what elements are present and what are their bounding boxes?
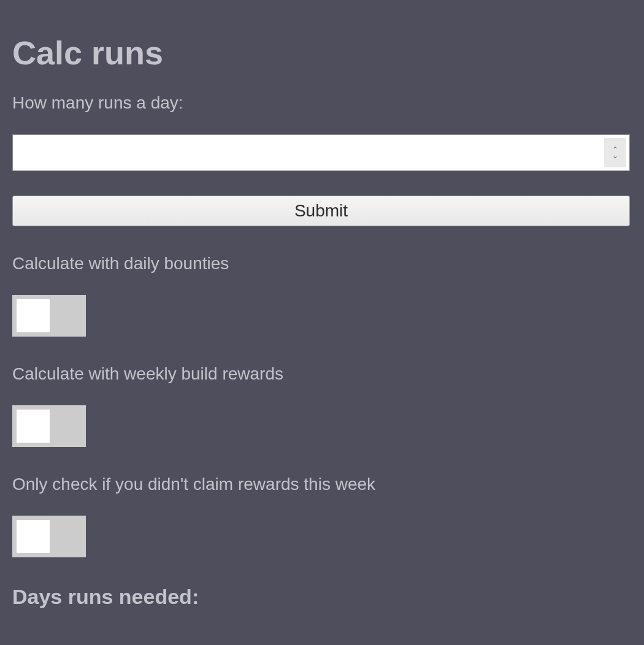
submit-button[interactable]: Submit <box>12 196 630 226</box>
toggle-knob <box>17 520 50 553</box>
weekly-build-toggle[interactable] <box>12 405 86 447</box>
daily-bounties-toggle[interactable] <box>12 295 86 337</box>
chevron-down-icon[interactable]: ⌄ <box>612 153 618 159</box>
runs-per-day-label: How many runs a day: <box>12 93 632 113</box>
runs-per-day-input[interactable] <box>12 134 630 171</box>
page-title: Calc runs <box>12 34 632 72</box>
toggle-knob <box>17 299 50 332</box>
number-spinner[interactable]: ⌃ ⌄ <box>604 138 626 167</box>
didnt-claim-label: Only check if you didn't claim rewards t… <box>12 475 632 494</box>
daily-bounties-label: Calculate with daily bounties <box>12 254 632 273</box>
result-heading: Days runs needed: <box>12 585 632 609</box>
didnt-claim-toggle[interactable] <box>12 516 86 557</box>
weekly-build-label: Calculate with weekly build rewards <box>12 364 632 384</box>
toggle-knob <box>17 410 50 443</box>
runs-input-wrapper: ⌃ ⌄ <box>12 134 630 171</box>
